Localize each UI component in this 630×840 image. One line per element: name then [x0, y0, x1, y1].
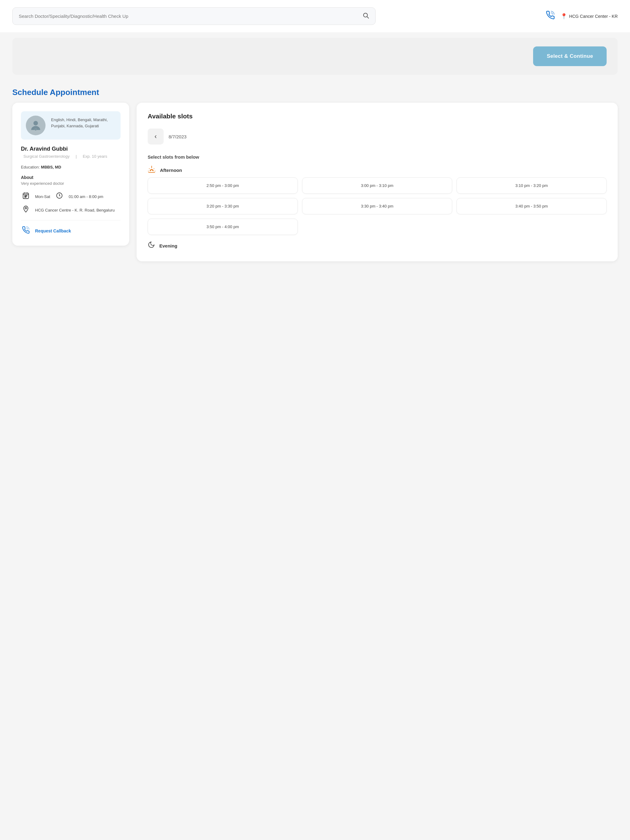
location-tag: 📍 HCG Cancer Center - KR — [560, 13, 618, 20]
afternoon-icon — [148, 165, 156, 175]
doctor-about-title: About — [21, 175, 120, 180]
doctor-avatar-row: English, Hindi, Bengali, Marathi, Punjab… — [21, 111, 120, 140]
callback-row: Request Callback — [21, 226, 120, 236]
afternoon-slot-4[interactable]: 3:30 pm - 3:40 pm — [302, 198, 452, 214]
afternoon-slot-5[interactable]: 3:40 pm - 3:50 pm — [456, 198, 606, 214]
banner: Select & Continue — [12, 38, 618, 75]
svg-point-12 — [27, 196, 27, 196]
svg-line-21 — [154, 169, 154, 169]
evening-label: Evening — [159, 243, 177, 248]
search-icon — [362, 12, 369, 20]
search-input[interactable] — [19, 14, 359, 19]
schedule-time: 01:00 am - 8:00 pm — [69, 194, 103, 199]
evening-icon — [148, 241, 155, 250]
afternoon-slot-2[interactable]: 3:10 pm - 3:20 pm — [456, 177, 606, 194]
doctor-location-row: HCG Cancer Centre - K. R. Road, Bengalur… — [21, 205, 120, 215]
doctor-card: English, Hindi, Bengali, Marathi, Punjab… — [12, 103, 129, 246]
slots-panel: Available slots ‹ 8/7/2023 Select slots … — [136, 103, 618, 261]
afternoon-label: Afternoon — [160, 167, 182, 173]
location-pin-icon: 📍 — [560, 13, 567, 20]
card-divider — [21, 220, 120, 221]
doctor-location: HCG Cancer Centre - K. R. Road, Bengalur… — [35, 208, 115, 212]
header-right: 📍 HCG Cancer Center - KR — [546, 11, 618, 22]
clock-icon — [54, 192, 64, 201]
svg-point-2 — [33, 121, 38, 125]
header: 📍 HCG Cancer Center - KR — [0, 0, 630, 32]
date-navigation: ‹ 8/7/2023 — [148, 128, 606, 145]
previous-date-button[interactable]: ‹ — [148, 128, 164, 145]
request-callback-link[interactable]: Request Callback — [35, 229, 71, 234]
phone-icon — [546, 11, 555, 22]
doctor-specialty: Surgical Gastroenterology | Exp. 10 year… — [21, 154, 120, 159]
current-date: 8/7/2023 — [169, 134, 187, 139]
afternoon-slot-1[interactable]: 3:00 pm - 3:10 pm — [302, 177, 452, 194]
afternoon-slot-6[interactable]: 3:50 pm - 4:00 pm — [148, 219, 298, 235]
callback-phone-icon — [21, 226, 31, 236]
schedule-days: Mon-Sat — [35, 194, 50, 199]
svg-point-13 — [25, 197, 25, 197]
select-continue-button[interactable]: Select & Continue — [533, 46, 606, 66]
afternoon-period-row: Afternoon — [148, 165, 606, 175]
doctor-about-text: Very experienced doctor — [21, 181, 120, 186]
doctor-languages: English, Hindi, Bengali, Marathi, Punjab… — [51, 115, 116, 129]
afternoon-slot-3[interactable]: 3:20 pm - 3:30 pm — [148, 198, 298, 214]
slots-title: Available slots — [148, 112, 606, 120]
afternoon-slots-grid: 2:50 pm - 3:00 pm3:00 pm - 3:10 pm3:10 p… — [148, 177, 606, 235]
svg-line-1 — [367, 17, 369, 18]
doctor-education: Education: MBBS, MD — [21, 165, 120, 169]
svg-point-11 — [25, 196, 26, 196]
doctor-name: Dr. Aravind Gubbi — [21, 146, 120, 152]
svg-point-16 — [25, 208, 27, 209]
doctor-schedule-row: Mon-Sat 01:00 am - 8:00 pm — [21, 192, 120, 201]
location-label: HCG Cancer Center - KR — [569, 14, 618, 19]
doctor-avatar — [26, 115, 46, 135]
main-content: English, Hindi, Bengali, Marathi, Punjab… — [0, 103, 630, 274]
search-bar — [12, 7, 375, 25]
svg-point-14 — [25, 197, 26, 197]
avatar-icon — [29, 119, 43, 132]
afternoon-slot-0[interactable]: 2:50 pm - 3:00 pm — [148, 177, 298, 194]
svg-point-10 — [25, 196, 25, 196]
location-icon — [21, 205, 31, 215]
calendar-icon — [21, 192, 31, 201]
schedule-appointment-title: Schedule Appointment — [0, 80, 630, 103]
slots-section-label: Select slots from below — [148, 154, 606, 159]
evening-period-row: Evening — [148, 241, 606, 250]
svg-line-18 — [149, 169, 150, 169]
